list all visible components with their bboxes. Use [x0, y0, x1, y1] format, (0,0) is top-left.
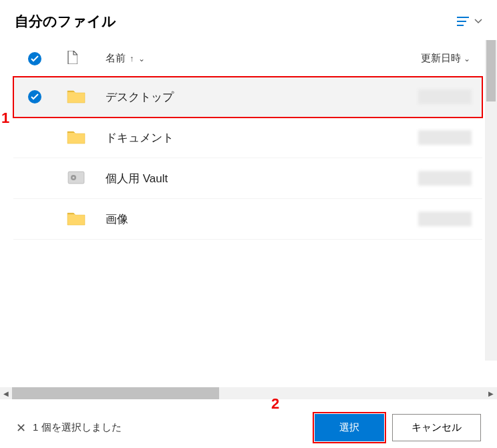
annotation-marker-1: 1: [1, 109, 9, 127]
folder-icon: [67, 89, 86, 105]
item-name: ドキュメント: [106, 130, 418, 146]
view-options-button[interactable]: [457, 16, 482, 27]
item-name: 画像: [106, 212, 418, 227]
vault-icon: [67, 170, 86, 186]
select-all-checkbox[interactable]: [28, 52, 41, 65]
check-icon: [31, 93, 39, 100]
chevron-down-icon: ⌄: [138, 54, 145, 63]
item-date-blurred: [418, 89, 472, 104]
scroll-right-arrow[interactable]: ▶: [485, 387, 497, 399]
item-name: デスクトップ: [106, 89, 418, 105]
horizontal-scroll-thumb[interactable]: [12, 387, 219, 399]
date-column-label: 更新日時: [421, 52, 461, 63]
chevron-down-icon: [474, 19, 482, 24]
date-column-header[interactable]: 更新日時 ⌄: [421, 52, 470, 65]
table-row[interactable]: 画像: [13, 199, 482, 240]
table-row[interactable]: ドキュメント: [13, 118, 482, 158]
scroll-left-arrow[interactable]: ◀: [0, 387, 12, 399]
svg-point-5: [73, 177, 75, 179]
item-name: 個人用 Vault: [106, 171, 418, 186]
sort-ascending-icon: ↑: [130, 53, 134, 63]
item-date-blurred: [418, 130, 472, 145]
vertical-scrollbar[interactable]: ▲: [485, 40, 497, 361]
horizontal-scrollbar[interactable]: ◀ ▶: [0, 387, 497, 399]
table-row[interactable]: 個人用 Vault: [13, 158, 482, 199]
folder-icon: [67, 211, 86, 227]
clear-selection-button[interactable]: ✕: [16, 422, 26, 434]
selection-count-text: 1 個を選択しました: [33, 421, 122, 434]
vertical-scroll-thumb[interactable]: [486, 40, 496, 101]
file-type-column-icon[interactable]: [67, 51, 81, 66]
item-date-blurred: [418, 171, 472, 186]
list-lines-icon: [457, 16, 470, 27]
chevron-down-icon: ⌄: [464, 54, 470, 63]
name-column-label: 名前: [106, 52, 126, 65]
annotation-marker-2: 2: [271, 395, 279, 413]
check-icon: [31, 55, 39, 62]
folder-icon: [67, 130, 86, 146]
cancel-button[interactable]: キャンセル: [392, 414, 481, 441]
item-date-blurred: [418, 212, 472, 226]
column-headers: 名前 ↑ ⌄ 更新日時 ⌄: [0, 40, 497, 77]
table-row[interactable]: デスクトップ: [13, 77, 482, 118]
name-column-header[interactable]: 名前 ↑ ⌄: [106, 52, 421, 65]
select-button[interactable]: 選択: [315, 414, 384, 441]
page-title: 自分のファイル: [15, 12, 116, 31]
row-checkbox[interactable]: [28, 90, 41, 103]
